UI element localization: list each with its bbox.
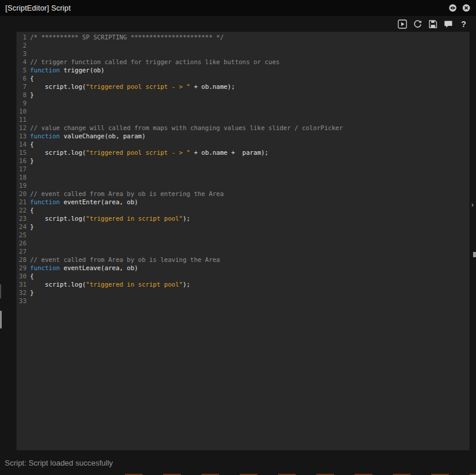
code-line[interactable]: 29function eventLeave(area, ob) [16,264,470,272]
code-line[interactable]: 16} [16,157,470,165]
code-line[interactable]: 27 [16,247,470,255]
code-line[interactable]: 7 script.log("triggered pool script - > … [16,82,470,91]
code-text [30,49,470,58]
line-number: 29 [16,264,27,272]
line-number: 4 [16,58,27,66]
code-text: { [30,206,470,214]
code-text: } [30,288,470,297]
speech-bubble-icon [444,19,453,29]
refresh-icon [413,19,422,29]
code-text: function valueChange(ob, param) [30,132,470,140]
line-number: 28 [16,255,27,264]
code-text [30,247,470,255]
code-line[interactable]: 25 [16,231,470,239]
code-line[interactable]: 19 [16,181,470,190]
line-number: 31 [16,280,27,288]
line-number: 24 [16,222,27,231]
script-editor-window: [ScriptEditor] Script [0,0,476,475]
code-text [30,231,470,239]
code-line[interactable]: 33 [16,297,470,305]
code-text [30,115,470,124]
code-line[interactable]: 9 [16,99,470,107]
code-text: script.log("triggered in script pool"); [30,280,470,288]
code-text: } [30,91,470,99]
line-number: 5 [16,66,27,74]
code-line[interactable]: 2 [16,41,470,49]
reload-script-button[interactable] [412,19,423,29]
code-text [30,173,470,181]
line-number: 13 [16,132,27,140]
code-line[interactable]: 28// event called from Area by ob is lea… [16,255,470,264]
code-text [30,181,470,190]
code-line[interactable]: 17 [16,165,470,173]
left-panel-handle[interactable] [0,311,2,328]
line-number: 8 [16,91,27,99]
code-line[interactable]: 10 [16,107,470,115]
code-text: { [30,272,470,280]
line-number: 27 [16,247,27,255]
code-line[interactable]: 14{ [16,140,470,148]
line-number: 33 [16,297,27,305]
code-line[interactable]: 21function eventEnter(area, ob) [16,198,470,206]
line-number: 19 [16,181,27,190]
code-line[interactable]: 23 script.log("triggered in script pool"… [16,214,470,222]
code-line[interactable]: 26 [16,239,470,247]
code-text: function trigger(ob) [30,66,470,74]
line-number: 15 [16,148,27,157]
code-text [30,41,470,49]
code-lines: 1/* ********** SP SCRIPTING ************… [16,33,470,305]
code-line[interactable]: 12// value change will called from maps … [16,124,470,132]
line-number: 22 [16,206,27,214]
code-text [30,297,470,305]
code-line[interactable]: 31 script.log("triggered in script pool"… [16,280,470,288]
code-line[interactable]: 18 [16,173,470,181]
line-number: 14 [16,140,27,148]
code-text: /* ********** SP SCRIPTING *************… [30,33,470,41]
save-icon [428,19,438,29]
line-number: 10 [16,107,27,115]
save-script-button[interactable] [428,19,438,29]
code-line[interactable]: 20// event called from Area by ob is ent… [16,190,470,198]
line-number: 3 [16,49,27,58]
titlebar[interactable]: [ScriptEditor] Script [0,0,476,16]
visibility-icon[interactable] [448,4,457,12]
close-icon[interactable] [462,4,471,12]
code-text: // trigger function called for trigger a… [30,58,470,66]
code-line[interactable]: 24} [16,222,470,231]
right-edge-artifact [473,252,476,257]
code-line[interactable]: 32} [16,288,470,297]
code-text: script.log("triggered in script pool"); [30,214,470,222]
code-line[interactable]: 15 script.log("triggered pool script - >… [16,148,470,157]
code-line[interactable]: 1/* ********** SP SCRIPTING ************… [16,33,470,41]
line-number: 12 [16,124,27,132]
code-line[interactable]: 4// trigger function called for trigger … [16,58,470,66]
code-text: { [30,140,470,148]
panel-expand-arrow-icon[interactable]: › [471,201,476,209]
code-text: // event called from Area by ob is enter… [30,190,470,198]
help-button[interactable]: ? [458,19,469,29]
run-script-button[interactable] [397,19,408,29]
line-number: 26 [16,239,27,247]
line-number: 21 [16,198,27,206]
code-line[interactable]: 8} [16,91,470,99]
code-text: } [30,222,470,231]
code-text [30,99,470,107]
code-text [30,165,470,173]
line-number: 16 [16,157,27,165]
code-line[interactable]: 11 [16,115,470,124]
code-line[interactable]: 13function valueChange(ob, param) [16,132,470,140]
toolbar: ? [0,16,476,32]
code-line[interactable]: 30{ [16,272,470,280]
code-editor[interactable]: 1/* ********** SP SCRIPTING ************… [16,32,470,450]
code-line[interactable]: 5function trigger(ob) [16,66,470,74]
line-number: 20 [16,190,27,198]
line-number: 1 [16,33,27,41]
line-number: 17 [16,165,27,173]
comment-button[interactable] [443,19,454,29]
line-number: 32 [16,288,27,297]
question-mark-icon: ? [461,19,467,29]
code-line[interactable]: 6{ [16,74,470,82]
code-line[interactable]: 22{ [16,206,470,214]
code-line[interactable]: 3 [16,49,470,58]
code-text: } [30,157,470,165]
